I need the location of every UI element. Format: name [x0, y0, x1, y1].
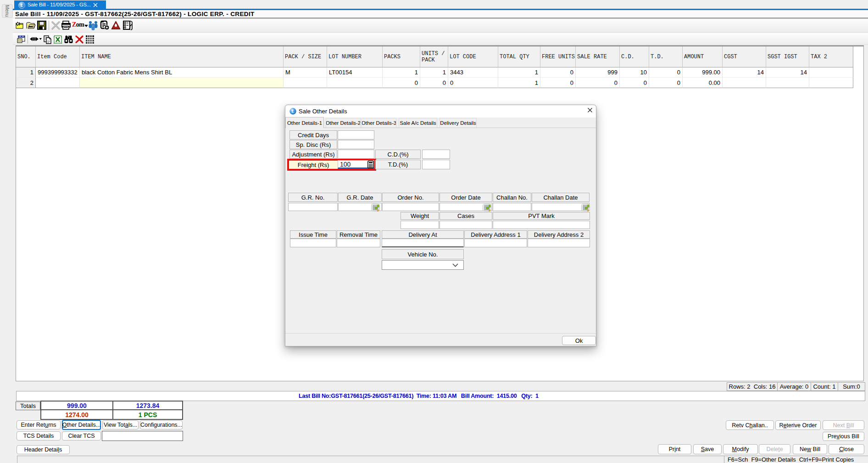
svg-text:L: L [291, 109, 295, 114]
svg-text:L: L [20, 3, 23, 8]
